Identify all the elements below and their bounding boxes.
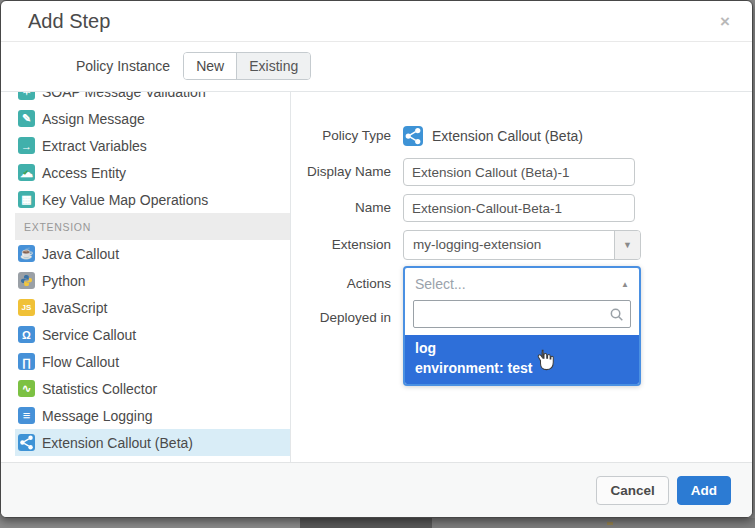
gauge-icon: Ω bbox=[18, 326, 35, 343]
actions-label: Actions bbox=[291, 266, 391, 300]
stats-line-icon: ∿ bbox=[18, 380, 35, 397]
sidebar-item[interactable]: ☕Java Callout bbox=[15, 240, 290, 267]
policy-form-panel: Policy Type Extension Callout (Beta) Dis… bbox=[291, 92, 752, 462]
chevron-down-icon[interactable]: ▼ bbox=[614, 231, 640, 259]
display-name-row: Display Name bbox=[291, 158, 752, 186]
flow-wave-icon: ∏ bbox=[18, 353, 35, 370]
policy-type-text: Extension Callout (Beta) bbox=[432, 128, 583, 144]
share-nodes-icon bbox=[403, 126, 423, 146]
deployed-in-label: Deployed in bbox=[291, 308, 391, 328]
name-row: Name bbox=[291, 194, 752, 222]
dimmed-page-background bbox=[607, 522, 613, 525]
python-logo-icon bbox=[18, 272, 35, 289]
extension-select-value: my-logging-extension bbox=[404, 231, 614, 259]
search-icon bbox=[609, 307, 624, 326]
java-cup-icon: ☕ bbox=[18, 245, 35, 262]
sidebar-item[interactable]: ☁✔Access Entity bbox=[15, 159, 290, 186]
actions-select[interactable]: Select... ▲ bbox=[405, 268, 639, 300]
policy-type-label: Policy Type bbox=[291, 126, 391, 146]
policy-instance-toggle: New Existing bbox=[183, 52, 311, 80]
key-map-icon: ▦ bbox=[18, 191, 35, 208]
policy-sidebar: ✶SOAP Message Validation✎Assign Message→… bbox=[1, 92, 291, 462]
pencil-icon: ✎ bbox=[18, 110, 35, 127]
sidebar-item-label: Python bbox=[42, 273, 86, 289]
add-button[interactable]: Add bbox=[677, 476, 731, 505]
cancel-button[interactable]: Cancel bbox=[596, 476, 668, 505]
policy-list: ✶SOAP Message Validation✎Assign Message→… bbox=[15, 92, 290, 456]
dimmed-page-background bbox=[300, 518, 432, 528]
sidebar-item-label: Message Logging bbox=[42, 408, 153, 424]
modal-footer: Cancel Add bbox=[1, 462, 752, 517]
sidebar-item[interactable]: →Extract Variables bbox=[15, 132, 290, 159]
close-icon[interactable]: × bbox=[720, 13, 730, 30]
modal-header: Add Step × bbox=[1, 1, 752, 42]
actions-option-subtitle: environment: test bbox=[415, 358, 629, 378]
sidebar-item-label: Key Value Map Operations bbox=[42, 192, 208, 208]
sidebar-item[interactable]: Extension Callout (Beta) bbox=[15, 429, 290, 456]
actions-option-title: log bbox=[415, 338, 629, 358]
extension-label: Extension bbox=[291, 230, 391, 260]
toggle-existing-button[interactable]: Existing bbox=[236, 53, 310, 79]
name-label: Name bbox=[291, 194, 391, 222]
sidebar-item[interactable]: ✶SOAP Message Validation bbox=[15, 92, 290, 105]
sidebar-item-label: JavaScript bbox=[42, 300, 107, 316]
share-nodes-icon bbox=[18, 434, 35, 451]
actions-select-placeholder: Select... bbox=[415, 276, 621, 292]
display-name-label: Display Name bbox=[291, 158, 391, 186]
sidebar-item-label: Statistics Collector bbox=[42, 381, 157, 397]
sidebar-item[interactable]: ΩService Callout bbox=[15, 321, 290, 348]
policy-instance-label: Policy Instance bbox=[76, 58, 170, 74]
actions-search-input[interactable] bbox=[413, 300, 631, 328]
sidebar-item[interactable]: ∿Statistics Collector bbox=[15, 375, 290, 402]
add-step-modal: Add Step × Policy Instance New Existing … bbox=[0, 0, 753, 518]
actions-dropdown: Select... ▲ log environment: test bbox=[403, 266, 641, 386]
toggle-new-button[interactable]: New bbox=[184, 53, 236, 79]
display-name-input[interactable] bbox=[403, 158, 635, 186]
cloud-check-icon: ☁✔ bbox=[18, 164, 35, 181]
name-input[interactable] bbox=[403, 194, 635, 222]
sidebar-item-label: Extension Callout (Beta) bbox=[42, 435, 193, 451]
extension-section-header: EXTENSION bbox=[15, 213, 290, 240]
extension-row: Extension my-logging-extension ▼ bbox=[291, 230, 752, 260]
list-lines-icon: ≡ bbox=[18, 407, 35, 424]
sidebar-item-label: Flow Callout bbox=[42, 354, 119, 370]
sidebar-item[interactable]: ≡Message Logging bbox=[15, 402, 290, 429]
sidebar-item-label: Access Entity bbox=[42, 165, 126, 181]
modal-content: ✶SOAP Message Validation✎Assign Message→… bbox=[1, 91, 752, 462]
policy-type-value: Extension Callout (Beta) bbox=[403, 126, 583, 146]
policy-instance-row: Policy Instance New Existing bbox=[1, 42, 752, 90]
sidebar-item-label: Service Callout bbox=[42, 327, 136, 343]
sidebar-item-label: SOAP Message Validation bbox=[42, 92, 206, 100]
modal-title: Add Step bbox=[28, 10, 110, 33]
js-icon: JS bbox=[18, 299, 35, 316]
sidebar-item[interactable]: ✎Assign Message bbox=[15, 105, 290, 132]
actions-option-log[interactable]: log environment: test bbox=[405, 335, 639, 384]
actions-row: Actions Select... ▲ log environmen bbox=[291, 266, 752, 300]
sidebar-item[interactable]: Python bbox=[15, 267, 290, 294]
sidebar-item-label: Java Callout bbox=[42, 246, 119, 262]
sidebar-item-label: Extract Variables bbox=[42, 138, 147, 154]
sidebar-item[interactable]: ∏Flow Callout bbox=[15, 348, 290, 375]
extension-select[interactable]: my-logging-extension ▼ bbox=[403, 230, 641, 260]
actions-search-wrap bbox=[413, 300, 631, 328]
sidebar-item[interactable]: ▦Key Value Map Operations bbox=[15, 186, 290, 213]
dimmed-page-background bbox=[432, 518, 755, 528]
star-badge-icon: ✶ bbox=[18, 92, 35, 100]
extract-arrow-icon: → bbox=[18, 137, 35, 154]
sidebar-item[interactable]: JSJavaScript bbox=[15, 294, 290, 321]
chevron-up-icon: ▲ bbox=[621, 280, 629, 289]
policy-type-row: Policy Type Extension Callout (Beta) bbox=[291, 126, 752, 146]
sidebar-item-label: Assign Message bbox=[42, 111, 145, 127]
